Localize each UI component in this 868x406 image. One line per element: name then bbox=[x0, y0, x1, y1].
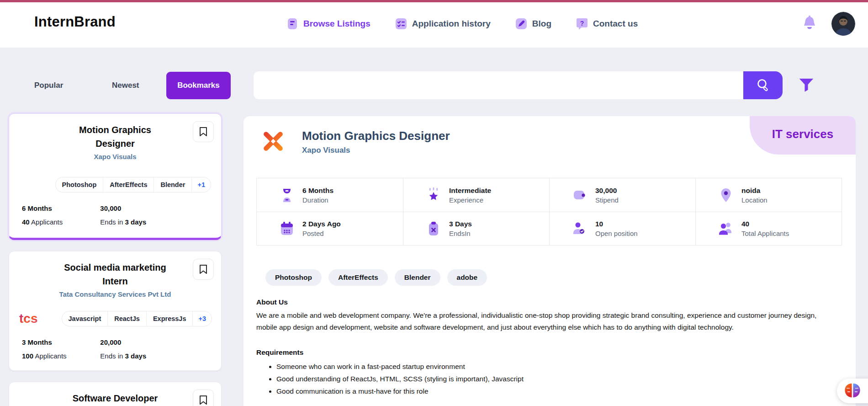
stat-ends-in: 3 DaysEndsIn bbox=[403, 212, 549, 245]
experience-star-icon bbox=[425, 187, 442, 203]
calendar-icon bbox=[279, 220, 295, 237]
stat-label: Location bbox=[741, 196, 767, 204]
svg-text:?: ? bbox=[580, 20, 584, 27]
card-title: Software Developer bbox=[47, 391, 184, 405]
brand-logo[interactable]: InternBrand bbox=[34, 14, 116, 30]
stat-value: noida bbox=[741, 187, 767, 195]
skill-chip[interactable]: Blender bbox=[395, 269, 440, 286]
filter-button[interactable] bbox=[796, 75, 817, 96]
stat-stipend: 30,000Stipend bbox=[549, 178, 695, 212]
chat-assistant-widget[interactable] bbox=[837, 379, 868, 403]
bookmark-icon bbox=[199, 127, 208, 137]
about-body: We are a mobile and web development comp… bbox=[256, 310, 825, 333]
tab-bookmarks[interactable]: Bookmarks bbox=[166, 72, 231, 99]
stat-label: Total Applicants bbox=[741, 230, 789, 237]
header: InternBrand Browse Listings Application … bbox=[0, 0, 868, 48]
nav-contact-us[interactable]: ? Contact us bbox=[576, 18, 638, 30]
company-logo-xapo-icon bbox=[262, 130, 285, 153]
stat-duration: 6 MonthsDuration bbox=[257, 178, 403, 212]
card-company: Tata Consultancy Services Pvt Ltd bbox=[18, 290, 212, 298]
bookmark-icon bbox=[199, 395, 208, 405]
category-badge-label: IT services bbox=[772, 127, 833, 144]
stat-value: Intermediate bbox=[449, 187, 491, 195]
requirement-item: Good communication is a must-have for th… bbox=[276, 385, 842, 397]
more-skills-link[interactable]: +1 bbox=[191, 177, 211, 192]
skill-chip: ReactJs bbox=[107, 311, 146, 326]
card-stats: 6 Months 30,000 40 Applicants Ends in 3 … bbox=[18, 204, 212, 226]
stat-value: 3 Days bbox=[449, 220, 472, 228]
bookmark-button[interactable] bbox=[193, 390, 214, 406]
requirement-item: Good understanding of ReactJs, HTML, SCS… bbox=[276, 373, 842, 385]
requirements-heading: Requirements bbox=[256, 348, 842, 357]
stat-value: 40 bbox=[741, 220, 789, 228]
job-title: Motion Graphics Designer bbox=[302, 129, 450, 143]
toolbar: Popular Newest Bookmarks bbox=[0, 71, 868, 99]
tcs-logo: tcs bbox=[18, 311, 48, 326]
bookmark-icon bbox=[199, 264, 208, 274]
skill-chip[interactable]: AfterEffects bbox=[328, 269, 388, 286]
requirements-list: Someone who can work in a fast-paced sta… bbox=[256, 360, 842, 397]
listing-card-software-developer[interactable]: Software Developer bbox=[9, 382, 222, 406]
stat-label: Stipend bbox=[595, 196, 619, 204]
search-input[interactable] bbox=[254, 71, 743, 99]
stat-posted: 2 Days AgoPosted bbox=[257, 212, 403, 245]
main-nav: Browse Listings Application history Blog… bbox=[286, 0, 638, 48]
tab-newest[interactable]: Newest bbox=[112, 71, 139, 99]
bookmark-button[interactable] bbox=[193, 121, 214, 142]
notification-bell-icon[interactable] bbox=[802, 15, 817, 32]
about-heading: About Us bbox=[256, 298, 842, 306]
skill-chip: Photoshop bbox=[56, 177, 103, 192]
stat-value: 2 Days Ago bbox=[302, 220, 341, 228]
stat-label: Experience bbox=[449, 196, 491, 204]
nav-blog[interactable]: Blog bbox=[515, 18, 551, 30]
stat-label: Posted bbox=[302, 230, 341, 237]
listing-card-motion-graphics[interactable]: Motion Graphics Designer Xapo Visuals Ph… bbox=[9, 113, 222, 240]
people-icon bbox=[718, 220, 734, 237]
user-avatar[interactable] bbox=[831, 12, 855, 36]
nav-application-history[interactable]: Application history bbox=[395, 18, 491, 30]
requirement-item: Someone who can work in a fast-paced sta… bbox=[276, 360, 842, 373]
card-title: Social media marketing Intern bbox=[53, 261, 177, 288]
skill-pill-group: Photoshop AfterEffects Blender +1 bbox=[55, 177, 211, 192]
job-company: Xapo Visuals bbox=[302, 146, 450, 155]
skill-chip[interactable]: adobe bbox=[447, 269, 487, 286]
skill-chip[interactable]: Photoshop bbox=[265, 269, 322, 286]
card-company: Xapo Visuals bbox=[18, 153, 212, 160]
listing-card-social-media[interactable]: Social media marketing Intern Tata Consu… bbox=[9, 251, 222, 371]
card-applicants: 40 Applicants bbox=[22, 218, 100, 226]
history-icon bbox=[395, 18, 407, 30]
job-stats-grid: 6 MonthsDuration IntermediateExperience … bbox=[256, 178, 842, 246]
card-title: Motion Graphics Designer bbox=[63, 123, 168, 150]
job-detail-panel: IT services Motion Graphics Designer Xap… bbox=[243, 116, 856, 406]
card-ends: Ends in 3 days bbox=[100, 352, 208, 360]
svg-text:tcs: tcs bbox=[19, 311, 37, 326]
card-stats: 3 Months 20,000 100 Applicants Ends in 3… bbox=[18, 338, 212, 360]
listings-icon bbox=[286, 18, 298, 30]
bookmark-button[interactable] bbox=[193, 259, 214, 280]
search-button[interactable] bbox=[743, 71, 783, 99]
stat-location: noidaLocation bbox=[695, 178, 842, 212]
avatar-photo bbox=[831, 12, 855, 36]
tab-popular[interactable]: Popular bbox=[34, 71, 63, 99]
skill-chip: Blender bbox=[153, 177, 191, 192]
more-skills-link[interactable]: +3 bbox=[192, 311, 212, 326]
card-skill-row: Photoshop AfterEffects Blender +1 bbox=[18, 177, 212, 192]
nav-label: Blog bbox=[532, 19, 551, 29]
stipend-icon bbox=[572, 187, 588, 203]
person-check-icon bbox=[572, 220, 588, 237]
search-icon bbox=[755, 78, 771, 93]
calendar-x-icon bbox=[425, 220, 442, 237]
skill-chip: ExpressJs bbox=[146, 311, 193, 326]
stat-value: 30,000 bbox=[595, 187, 619, 195]
job-header-text: Motion Graphics Designer Xapo Visuals bbox=[302, 129, 450, 155]
contact-question-icon: ? bbox=[576, 18, 588, 30]
nav-label: Browse Listings bbox=[303, 19, 370, 29]
stat-value: 10 bbox=[595, 220, 638, 228]
stat-label: Duration bbox=[302, 196, 333, 204]
skill-pill-group: Javascript ReactJs ExpressJs +3 bbox=[62, 311, 212, 326]
card-stipend: 30,000 bbox=[100, 204, 208, 212]
top-accent-bar bbox=[0, 0, 868, 2]
blog-pen-icon bbox=[515, 18, 527, 30]
stat-total-applicants: 40Total Applicants bbox=[695, 212, 842, 245]
nav-browse-listings[interactable]: Browse Listings bbox=[286, 18, 370, 30]
